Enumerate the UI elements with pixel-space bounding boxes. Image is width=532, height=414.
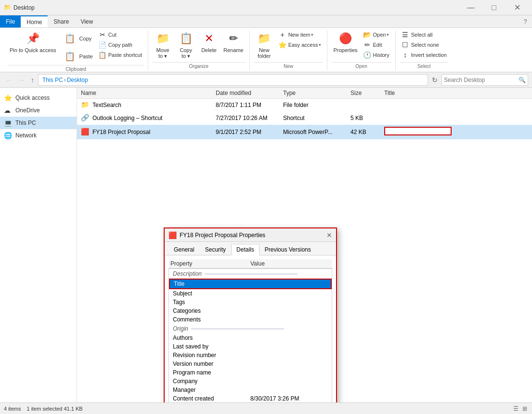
onedrive-icon: ☁ — [4, 106, 13, 115]
props-row-last-saved-by[interactable]: Last saved by — [169, 342, 332, 351]
file-type-textsearch: File folder — [283, 102, 350, 108]
path-this-pc[interactable]: This PC — [42, 77, 63, 83]
tab-file[interactable]: File — [0, 15, 21, 27]
dialog-close-button[interactable]: ✕ — [326, 231, 332, 239]
path-desktop[interactable]: Desktop — [67, 77, 88, 83]
status-bar: 4 items 1 item selected 41.1 KB ☰ ⊞ — [0, 402, 532, 414]
dialog-tab-details[interactable]: Details — [231, 244, 260, 255]
rename-icon: ✏ — [226, 31, 241, 46]
props-row-tags[interactable]: Tags — [169, 298, 332, 307]
easy-access-arrow: ▾ — [319, 42, 321, 47]
props-row-subject[interactable]: Subject — [169, 289, 332, 298]
properties-button[interactable]: 🔴 Properties — [331, 30, 359, 54]
file-size-outlook: 5 KB — [350, 115, 384, 121]
copy-path-icon: 📄 — [99, 41, 106, 49]
props-row-title[interactable]: Title — [169, 279, 332, 289]
large-icons-view-button[interactable]: ⊞ — [521, 404, 528, 413]
props-row-revision[interactable]: Revision number — [169, 351, 332, 360]
prop-val-subject — [250, 290, 328, 297]
select-none-button[interactable]: ☐ Select none — [400, 40, 449, 50]
dialog-tab-security[interactable]: Security — [200, 244, 231, 255]
open-icon: 📂 — [363, 31, 371, 39]
edit-icon: ✏ — [363, 41, 371, 49]
pin-to-quick-access-button[interactable]: 📌 Pin to Quick access — [8, 30, 58, 54]
maximize-button[interactable]: □ — [483, 0, 505, 15]
col-header-date[interactable]: Date modified — [216, 90, 283, 96]
details-view-button[interactable]: ☰ — [512, 404, 519, 413]
back-button[interactable]: ← — [4, 75, 14, 85]
col-header-title[interactable]: Title — [384, 90, 528, 96]
rename-button[interactable]: ✏ Rename — [221, 30, 246, 54]
copy-button[interactable]: 📋 Copy — [60, 30, 95, 47]
dialog-content: Property Value Description Title Subject — [165, 255, 336, 414]
open-small-btns: 📂 Open ▾ ✏ Edit 🕐 History — [362, 30, 391, 60]
sidebar-item-network[interactable]: 🌐 Network — [0, 129, 77, 142]
cut-icon: ✂ — [99, 31, 106, 39]
col-header-type[interactable]: Type — [283, 90, 350, 96]
file-size-fy18: 42 KB — [350, 129, 384, 135]
copy-path-button[interactable]: 📄 Copy path — [97, 40, 144, 50]
props-row-version[interactable]: Version number — [169, 360, 332, 368]
new-item-button[interactable]: + New item ▾ — [277, 30, 324, 40]
prop-val-categories — [250, 307, 328, 314]
invert-selection-button[interactable]: ↕ Invert selection — [400, 50, 449, 60]
delete-button[interactable]: ✕ Delete — [198, 30, 220, 54]
refresh-button[interactable]: ↻ — [430, 75, 440, 85]
tab-home[interactable]: Home — [21, 15, 48, 27]
minimize-button[interactable]: — — [460, 0, 482, 15]
tab-share[interactable]: Share — [48, 15, 75, 27]
props-row-program[interactable]: Program name — [169, 368, 332, 377]
new-small-btns: + New item ▾ ⭐ Easy access ▾ — [277, 30, 324, 50]
prop-name-content-created: Content created — [173, 395, 250, 402]
props-row-categories[interactable]: Categories — [169, 307, 332, 315]
easy-access-button[interactable]: ⭐ Easy access ▾ — [277, 40, 324, 50]
file-row-fy18[interactable]: 🟥 FY18 Project Proposal 9/1/2017 2:52 PM… — [77, 125, 532, 139]
forward-button[interactable]: → — [16, 75, 27, 85]
close-button[interactable]: ✕ — [506, 0, 528, 15]
tab-view[interactable]: View — [75, 15, 99, 27]
paste-button[interactable]: 📋 Paste — [60, 48, 95, 65]
sidebar-item-quick-access[interactable]: ⭐ Quick access — [0, 92, 77, 104]
clipboard-small-btns: 📋 Copy 📋 Paste — [60, 30, 95, 65]
new-folder-button[interactable]: 📁 Newfolder — [254, 30, 275, 60]
clipboard-content: 📌 Pin to Quick access 📋 Copy 📋 Paste ✂ C… — [8, 30, 144, 65]
sidebar-item-this-pc[interactable]: 💻 This PC — [0, 117, 77, 129]
edit-button[interactable]: ✏ Edit — [362, 40, 391, 50]
prop-name-title: Title — [174, 280, 250, 287]
col-header-name[interactable]: Name — [81, 90, 216, 96]
history-button[interactable]: 🕐 History — [362, 50, 391, 60]
open-button[interactable]: 📂 Open ▾ — [362, 30, 391, 40]
props-row-content-created[interactable]: Content created 8/30/2017 3:26 PM — [169, 394, 332, 403]
paste-shortcut-button[interactable]: 📋 Paste shortcut — [97, 50, 144, 60]
dialog-tab-general[interactable]: General — [169, 244, 200, 255]
copy-icon: 📋 — [62, 31, 78, 46]
select-all-icon: ☰ — [402, 31, 409, 39]
item-count: 4 items — [4, 406, 21, 412]
sidebar-item-onedrive[interactable]: ☁ OneDrive — [0, 104, 77, 117]
file-name-fy18: 🟥 FY18 Project Proposal — [81, 128, 216, 136]
dialog-title-bar: 🟥 FY18 Project Proposal Properties ✕ — [165, 228, 336, 242]
prop-name-categories: Categories — [173, 307, 250, 314]
help-button[interactable]: ? — [519, 15, 532, 28]
prop-name-comments: Comments — [173, 316, 250, 323]
select-all-button[interactable]: ☰ Select all — [400, 30, 449, 40]
new-item-arrow: ▾ — [311, 32, 313, 37]
prop-val-tags — [250, 299, 328, 306]
file-row-textsearch[interactable]: 📁 TextSearch 8/7/2017 1:11 PM File folde… — [77, 99, 532, 112]
main-area: ⭐ Quick access ☁ OneDrive 💻 This PC 🌐 Ne… — [0, 88, 532, 402]
copy-to-button[interactable]: 📋 Copyto ▾ — [175, 30, 196, 60]
props-header: Property Value — [169, 259, 332, 268]
file-row-outlook[interactable]: 🔗 Outlook Logging – Shortcut 7/27/2017 1… — [77, 112, 532, 125]
props-row-comments[interactable]: Comments — [169, 315, 332, 324]
up-button[interactable]: ↑ — [29, 75, 36, 85]
dialog-tab-previous-versions[interactable]: Previous Versions — [260, 244, 316, 255]
props-row-company[interactable]: Company — [169, 377, 332, 386]
props-row-manager[interactable]: Manager — [169, 386, 332, 394]
col-header-size[interactable]: Size — [350, 90, 384, 96]
search-input[interactable] — [444, 77, 519, 83]
address-path[interactable]: This PC › Desktop — [38, 74, 428, 86]
move-to-button[interactable]: 📁 Moveto ▾ — [152, 30, 173, 60]
open-group: 🔴 Properties 📂 Open ▾ ✏ Edit 🕐 History — [327, 30, 395, 70]
props-row-authors[interactable]: Authors — [169, 334, 332, 342]
cut-button[interactable]: ✂ Cut — [97, 30, 144, 40]
